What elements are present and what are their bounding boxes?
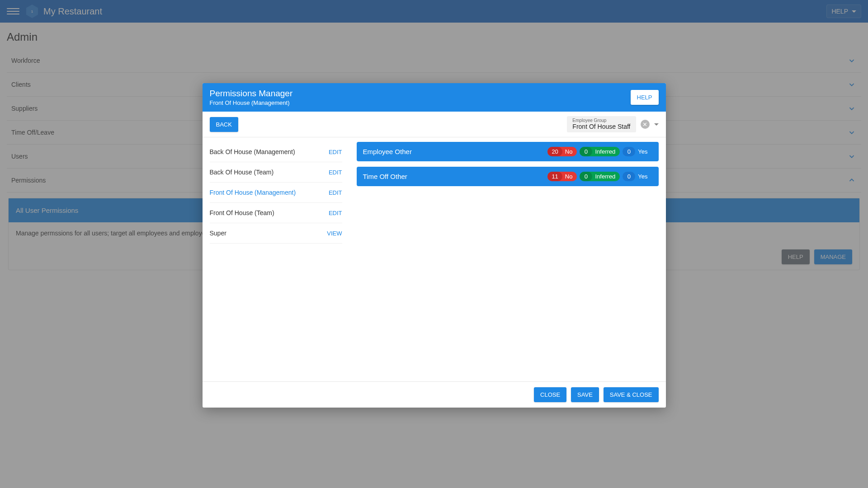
chip-label: No	[562, 147, 577, 156]
permissions-manager-modal: Permissions Manager Front Of House (Mana…	[203, 83, 666, 408]
edit-button[interactable]: EDIT	[329, 189, 342, 196]
chip-label: No	[562, 172, 577, 181]
permission-name: Time Off Other	[363, 173, 545, 180]
role-row[interactable]: Back Of House (Management)EDIT	[210, 142, 342, 162]
permission-row[interactable]: Time Off Other11No0Inferred0Yes	[357, 167, 659, 186]
role-row[interactable]: Front Of House (Team)EDIT	[210, 203, 342, 223]
chip-inferred[interactable]: 0Inferred	[580, 147, 620, 156]
chip-label: Yes	[635, 147, 652, 156]
modal-body: Back Of House (Management)EDITBack Of Ho…	[203, 137, 666, 381]
chip-inferred[interactable]: 0Inferred	[580, 172, 620, 181]
employee-group-field[interactable]: Employee Group Front Of House Staff	[567, 116, 636, 132]
permission-name: Employee Other	[363, 148, 545, 155]
close-button[interactable]: CLOSE	[534, 387, 566, 402]
chip-yes[interactable]: 0Yes	[623, 147, 652, 156]
back-button[interactable]: BACK	[210, 117, 238, 132]
role-name: Super	[210, 230, 226, 237]
save-button[interactable]: SAVE	[571, 387, 599, 402]
chip-count: 0	[580, 147, 592, 156]
role-name: Front Of House (Team)	[210, 209, 274, 216]
employee-group-selector: Employee Group Front Of House Staff ✕	[567, 116, 658, 132]
chip-yes[interactable]: 0Yes	[623, 172, 652, 181]
chip-label: Inferred	[592, 172, 620, 181]
chip-count: 11	[547, 172, 562, 181]
modal-footer: CLOSE SAVE SAVE & CLOSE	[203, 381, 666, 408]
employee-group-value: Front Of House Staff	[572, 123, 630, 130]
modal-header: Permissions Manager Front Of House (Mana…	[203, 83, 666, 112]
modal-title: Permissions Manager	[210, 89, 631, 99]
modal-subtitle: Front Of House (Management)	[210, 99, 631, 106]
chip-no[interactable]: 11No	[547, 172, 577, 181]
chip-label: Yes	[635, 172, 652, 181]
permission-row[interactable]: Employee Other20No0Inferred0Yes	[357, 142, 659, 161]
role-row[interactable]: SuperVIEW	[210, 223, 342, 244]
role-name: Back Of House (Team)	[210, 169, 274, 176]
dropdown-caret-icon[interactable]	[654, 123, 659, 126]
chip-count: 0	[580, 172, 592, 181]
view-button[interactable]: VIEW	[327, 230, 342, 237]
modal-overlay: Permissions Manager Front Of House (Mana…	[0, 0, 868, 488]
clear-icon[interactable]: ✕	[641, 120, 650, 129]
edit-button[interactable]: EDIT	[329, 169, 342, 176]
chip-count: 20	[547, 147, 562, 156]
edit-button[interactable]: EDIT	[329, 149, 342, 155]
save-close-button[interactable]: SAVE & CLOSE	[604, 387, 659, 402]
chip-count: 0	[623, 147, 635, 156]
permissions-detail-pane: Employee Other20No0Inferred0YesTime Off …	[349, 137, 666, 381]
role-row[interactable]: Front Of House (Management)EDIT	[210, 183, 342, 203]
role-row[interactable]: Back Of House (Team)EDIT	[210, 162, 342, 183]
edit-button[interactable]: EDIT	[329, 210, 342, 216]
modal-toolbar: BACK Employee Group Front Of House Staff…	[203, 112, 666, 137]
role-name: Front Of House (Management)	[210, 189, 296, 196]
role-list: Back Of House (Management)EDITBack Of Ho…	[203, 137, 349, 381]
modal-help-button[interactable]: HELP	[631, 90, 659, 105]
chip-label: Inferred	[592, 147, 620, 156]
chip-no[interactable]: 20No	[547, 147, 577, 156]
employee-group-label: Employee Group	[572, 118, 630, 123]
role-name: Back Of House (Management)	[210, 148, 295, 155]
chip-count: 0	[623, 172, 635, 181]
